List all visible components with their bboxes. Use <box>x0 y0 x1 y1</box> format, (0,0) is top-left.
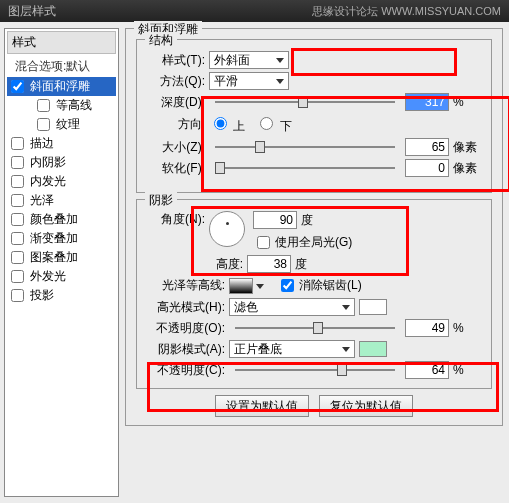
size-label: 大小(Z): <box>145 139 205 156</box>
sidebar-item-label: 投影 <box>30 287 54 304</box>
chevron-down-icon <box>342 347 350 352</box>
angle-label: 角度(N): <box>145 211 205 228</box>
sidebar-item-label: 等高线 <box>56 97 92 114</box>
brand-watermark: 思缘设计论坛 WWW.MISSYUAN.COM <box>312 4 501 19</box>
dialog-title: 图层样式 <box>8 3 56 20</box>
size-slider[interactable] <box>215 140 395 154</box>
sh-mode-select[interactable]: 正片叠底 <box>229 340 355 358</box>
sidebar-item-3[interactable]: 描边 <box>7 134 116 153</box>
sidebar-checkbox[interactable] <box>11 251 24 264</box>
altitude-input[interactable]: 38 <box>247 255 291 273</box>
sidebar-checkbox[interactable] <box>11 175 24 188</box>
soften-unit: 像素 <box>453 160 483 177</box>
hl-opacity-label: 不透明度(O): <box>145 320 225 337</box>
hl-opacity-slider[interactable] <box>235 321 395 335</box>
structure-subgroup: 结构 样式(T): 外斜面 方法(Q): 平滑 深度(D <box>136 39 492 193</box>
hl-color-swatch[interactable] <box>359 299 387 315</box>
size-unit: 像素 <box>453 139 483 156</box>
depth-unit: % <box>453 95 483 109</box>
sidebar-item-9[interactable]: 图案叠加 <box>7 248 116 267</box>
direction-up-radio[interactable]: 上 <box>209 114 245 135</box>
technique-select[interactable]: 平滑 <box>209 72 289 90</box>
sidebar-item-8[interactable]: 渐变叠加 <box>7 229 116 248</box>
sidebar-item-label: 图案叠加 <box>30 249 78 266</box>
styles-sidebar: 样式 混合选项:默认 斜面和浮雕等高线纹理描边内阴影内发光光泽颜色叠加渐变叠加图… <box>4 28 119 497</box>
chevron-down-icon <box>276 58 284 63</box>
sidebar-checkbox[interactable] <box>11 232 24 245</box>
depth-label: 深度(D): <box>145 94 205 111</box>
hl-mode-label: 高光模式(H): <box>145 299 225 316</box>
depth-input[interactable]: 317 <box>405 93 449 111</box>
reset-default-button[interactable]: 复位为默认值 <box>319 395 413 417</box>
sidebar-item-label: 渐变叠加 <box>30 230 78 247</box>
sidebar-item-label: 颜色叠加 <box>30 211 78 228</box>
sh-opacity-input[interactable]: 64 <box>405 361 449 379</box>
antialias-checkbox[interactable]: 消除锯齿(L) <box>277 276 362 295</box>
sidebar-item-11[interactable]: 投影 <box>7 286 116 305</box>
gloss-label: 光泽等高线: <box>145 277 225 294</box>
style-select[interactable]: 外斜面 <box>209 51 289 69</box>
sidebar-item-5[interactable]: 内发光 <box>7 172 116 191</box>
global-light-checkbox[interactable]: 使用全局光(G) <box>253 233 352 252</box>
sidebar-checkbox[interactable] <box>11 80 24 93</box>
sidebar-item-0[interactable]: 斜面和浮雕 <box>7 77 116 96</box>
hl-opacity-input[interactable]: 49 <box>405 319 449 337</box>
sidebar-item-4[interactable]: 内阴影 <box>7 153 116 172</box>
depth-slider[interactable] <box>215 95 395 109</box>
sidebar-checkbox[interactable] <box>37 99 50 112</box>
sh-mode-label: 阴影模式(A): <box>145 341 225 358</box>
sidebar-item-label: 描边 <box>30 135 54 152</box>
sidebar-checkbox[interactable] <box>11 137 24 150</box>
angle-input[interactable]: 90 <box>253 211 297 229</box>
sidebar-checkbox[interactable] <box>11 194 24 207</box>
soften-label: 软化(F): <box>145 160 205 177</box>
altitude-label: 高度: <box>145 256 243 273</box>
altitude-unit: 度 <box>295 256 307 273</box>
gloss-contour-picker[interactable] <box>229 278 253 294</box>
sh-color-swatch[interactable] <box>359 341 387 357</box>
soften-slider[interactable] <box>215 161 395 175</box>
sidebar-item-label: 纹理 <box>56 116 80 133</box>
structure-title: 结构 <box>145 32 177 49</box>
sidebar-item-label: 外发光 <box>30 268 66 285</box>
sh-opacity-slider[interactable] <box>235 363 395 377</box>
sidebar-item-label: 光泽 <box>30 192 54 209</box>
sidebar-checkbox[interactable] <box>37 118 50 131</box>
shading-subgroup: 阴影 角度(N): 90 度 使用全局光(G) 高度: 38 <box>136 199 492 389</box>
style-label: 样式(T): <box>145 52 205 69</box>
sidebar-item-label: 斜面和浮雕 <box>30 78 90 95</box>
angle-unit: 度 <box>301 212 313 229</box>
sidebar-item-1[interactable]: 等高线 <box>7 96 116 115</box>
style-value: 外斜面 <box>214 52 250 69</box>
angle-dial[interactable] <box>209 211 245 247</box>
technique-label: 方法(Q): <box>145 73 205 90</box>
direction-label: 方向: <box>145 116 205 133</box>
chevron-down-icon <box>342 305 350 310</box>
blending-options[interactable]: 混合选项:默认 <box>7 56 116 77</box>
sidebar-item-10[interactable]: 外发光 <box>7 267 116 286</box>
sidebar-checkbox[interactable] <box>11 270 24 283</box>
sh-opacity-unit: % <box>453 363 483 377</box>
sidebar-item-label: 内发光 <box>30 173 66 190</box>
soften-input[interactable]: 0 <box>405 159 449 177</box>
size-input[interactable]: 65 <box>405 138 449 156</box>
sh-opacity-label: 不透明度(C): <box>145 362 225 379</box>
direction-down-radio[interactable]: 下 <box>255 114 291 135</box>
set-default-button[interactable]: 设置为默认值 <box>215 395 309 417</box>
sidebar-checkbox[interactable] <box>11 156 24 169</box>
technique-value: 平滑 <box>214 73 238 90</box>
shading-title: 阴影 <box>145 192 177 209</box>
sidebar-checkbox[interactable] <box>11 289 24 302</box>
sidebar-item-7[interactable]: 颜色叠加 <box>7 210 116 229</box>
hl-mode-select[interactable]: 滤色 <box>229 298 355 316</box>
sidebar-header: 样式 <box>7 31 116 54</box>
sidebar-item-2[interactable]: 纹理 <box>7 115 116 134</box>
chevron-down-icon <box>276 79 284 84</box>
sidebar-item-label: 内阴影 <box>30 154 66 171</box>
hl-opacity-unit: % <box>453 321 483 335</box>
sidebar-checkbox[interactable] <box>11 213 24 226</box>
bevel-group: 斜面和浮雕 结构 样式(T): 外斜面 方法(Q): 平滑 <box>125 28 503 426</box>
sidebar-item-6[interactable]: 光泽 <box>7 191 116 210</box>
